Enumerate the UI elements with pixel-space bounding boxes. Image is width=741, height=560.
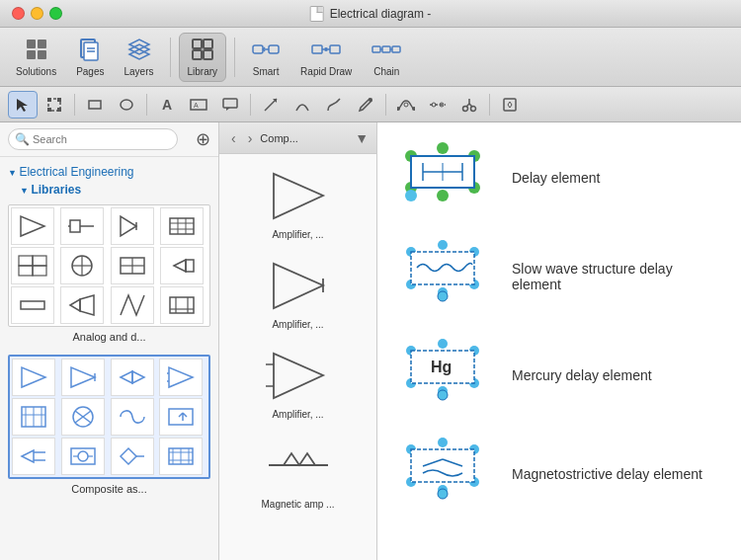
curve-tool[interactable] bbox=[319, 91, 349, 119]
select-tool[interactable] bbox=[8, 91, 38, 119]
rapid-draw-icon bbox=[311, 38, 341, 64]
breadcrumb-dropdown-button[interactable]: ▼ bbox=[355, 130, 369, 146]
svg-point-108 bbox=[437, 142, 449, 154]
comp-cell-5[interactable] bbox=[12, 398, 55, 436]
svg-rect-142 bbox=[411, 449, 474, 482]
pen-tool[interactable] bbox=[351, 91, 380, 119]
resize-tool[interactable] bbox=[40, 91, 69, 119]
search-input-wrap: 🔍 bbox=[8, 128, 190, 150]
nav-forward-button[interactable]: › bbox=[244, 128, 257, 148]
svg-point-32 bbox=[121, 100, 132, 110]
comp-cell-12[interactable] bbox=[159, 438, 203, 475]
toolbar-layers[interactable]: Layers bbox=[117, 34, 162, 81]
element-name-slow-wave: Slow wave structure delay element bbox=[512, 261, 725, 292]
svg-line-48 bbox=[469, 104, 472, 107]
analog-cell-5[interactable] bbox=[11, 247, 54, 284]
search-extra-button[interactable]: ⊕ bbox=[196, 128, 210, 150]
svg-rect-22 bbox=[382, 46, 390, 52]
ellipse-tool[interactable] bbox=[112, 91, 141, 119]
draw-sep-5 bbox=[489, 94, 490, 116]
svg-rect-57 bbox=[170, 218, 194, 234]
title-bar: Electrical diagram - bbox=[0, 0, 741, 28]
library-composite-grid bbox=[8, 355, 210, 479]
close-button[interactable] bbox=[12, 7, 25, 20]
analog-cell-7[interactable] bbox=[111, 247, 154, 284]
shape-item-amp2[interactable]: Amplifier, ... bbox=[223, 252, 372, 334]
svg-point-128 bbox=[438, 339, 448, 349]
svg-marker-103 bbox=[274, 354, 323, 398]
shape-item-mag1[interactable]: Magnetic amp ... bbox=[223, 432, 372, 514]
nav-back-button[interactable]: ‹ bbox=[227, 128, 240, 148]
comp-cell-1[interactable] bbox=[12, 359, 55, 396]
element-row-mercury: Hg Mercury delay element bbox=[393, 336, 725, 415]
scissors-tool[interactable] bbox=[454, 91, 484, 119]
svg-rect-30 bbox=[57, 108, 61, 112]
svg-rect-50 bbox=[504, 99, 516, 111]
analog-cell-10[interactable] bbox=[60, 286, 104, 324]
shape-preview-mag1 bbox=[259, 436, 338, 495]
toolbar-solutions[interactable]: Solutions bbox=[8, 34, 64, 81]
analog-cell-3[interactable] bbox=[111, 207, 154, 245]
shape-label-amp2: Amplifier, ... bbox=[272, 319, 323, 330]
toolbar-rapid-draw[interactable]: Rapid Draw bbox=[292, 34, 360, 81]
shape-label-amp3: Amplifier, ... bbox=[272, 409, 323, 420]
svg-rect-17 bbox=[312, 45, 322, 53]
analog-cell-12[interactable] bbox=[160, 286, 204, 324]
spline2-tool[interactable] bbox=[423, 91, 453, 119]
draw-sep-4 bbox=[385, 94, 386, 116]
comp-cell-7[interactable] bbox=[111, 398, 154, 436]
middle-header: ‹ › Comp... ▼ bbox=[219, 122, 376, 154]
callout-tool[interactable] bbox=[215, 91, 245, 119]
comp-cell-8[interactable] bbox=[159, 398, 203, 436]
analog-cell-4[interactable] bbox=[160, 207, 204, 245]
tree-subsection-libraries[interactable]: Libraries bbox=[20, 183, 210, 197]
comp-cell-4[interactable] bbox=[159, 359, 203, 396]
analog-cell-6[interactable] bbox=[60, 247, 104, 284]
toolbar-separator-2 bbox=[234, 38, 235, 77]
layers-icon bbox=[127, 38, 151, 64]
search-input[interactable] bbox=[8, 128, 178, 150]
svg-rect-10 bbox=[193, 50, 202, 59]
toolbar-pages[interactable]: Pages bbox=[68, 34, 112, 81]
toolbar-smart[interactable]: Smart bbox=[243, 34, 288, 81]
draw-sep-2 bbox=[146, 94, 147, 116]
comp-cell-2[interactable] bbox=[61, 359, 105, 396]
analog-cell-1[interactable] bbox=[11, 207, 54, 245]
middle-items-list: Amplifier, ... Amplifier, ... bbox=[219, 154, 376, 560]
rectangle-tool[interactable] bbox=[80, 91, 110, 119]
shape-item-amp1[interactable]: Amplifier, ... bbox=[223, 162, 372, 244]
comp-cell-6[interactable] bbox=[61, 398, 105, 436]
analog-cell-2[interactable] bbox=[60, 207, 104, 245]
tree-section-electrical[interactable]: Electrical Engineering bbox=[8, 165, 210, 179]
left-panel: 🔍 ⊕ Electrical Engineering Libraries bbox=[0, 122, 219, 560]
comp-cell-3[interactable] bbox=[111, 359, 154, 396]
smart-label: Smart bbox=[253, 66, 280, 77]
spline1-tool[interactable] bbox=[391, 91, 421, 119]
shape-item-amp3[interactable]: Amplifier, ... bbox=[223, 342, 372, 424]
minimize-button[interactable] bbox=[31, 7, 43, 20]
right-panel: Delay element bbox=[377, 122, 741, 560]
arc-tool[interactable] bbox=[288, 91, 317, 119]
element-row-magnetostrictive: Magnetostrictive delay element bbox=[393, 435, 725, 514]
analog-cell-9[interactable] bbox=[11, 286, 54, 324]
shape-tool[interactable] bbox=[495, 91, 525, 119]
toolbar-separator-1 bbox=[170, 38, 171, 77]
comp-cell-10[interactable] bbox=[61, 438, 105, 475]
svg-rect-18 bbox=[330, 45, 340, 53]
svg-rect-77 bbox=[170, 297, 194, 313]
text-tool[interactable]: A bbox=[152, 91, 182, 119]
svg-point-126 bbox=[438, 291, 448, 301]
maximize-button[interactable] bbox=[49, 7, 62, 20]
svg-marker-78 bbox=[22, 367, 45, 387]
analog-cell-8[interactable] bbox=[160, 247, 204, 284]
text-box-tool[interactable]: A bbox=[184, 91, 213, 119]
analog-cell-11[interactable] bbox=[111, 286, 154, 324]
comp-cell-9[interactable] bbox=[12, 438, 55, 475]
toolbar-chain[interactable]: Chain bbox=[364, 34, 409, 81]
svg-rect-52 bbox=[70, 220, 80, 232]
line-tool[interactable] bbox=[256, 91, 286, 119]
svg-point-20 bbox=[324, 47, 328, 51]
library-label: Library bbox=[188, 66, 218, 77]
comp-cell-11[interactable] bbox=[111, 438, 154, 475]
toolbar-library[interactable]: Library bbox=[179, 33, 227, 82]
